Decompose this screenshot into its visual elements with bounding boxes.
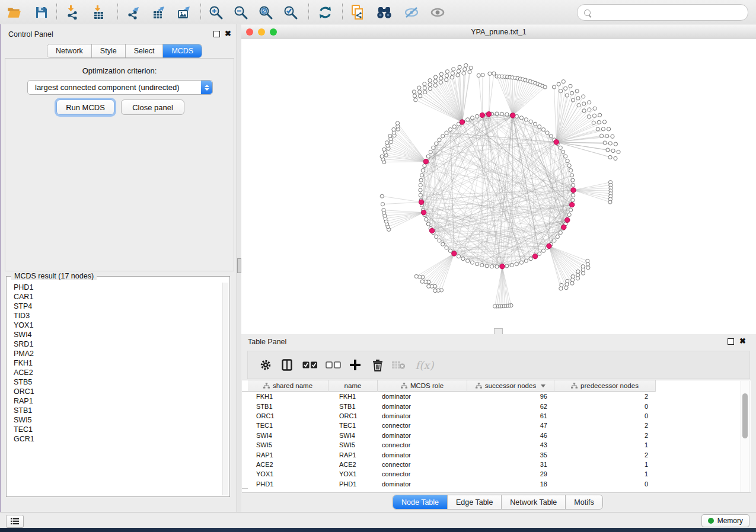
column-header-shared-name[interactable]: shared name [248, 380, 328, 392]
ring-node[interactable] [538, 125, 541, 129]
dominator-hub-node[interactable] [460, 120, 464, 124]
zoom-out-icon[interactable] [230, 2, 251, 22]
dominator-hub-node[interactable] [419, 200, 423, 204]
ring-node[interactable] [495, 265, 499, 268]
dominator-hub-node[interactable] [421, 210, 426, 215]
mcds-result-item[interactable]: RAP1 [8, 396, 222, 406]
ring-node[interactable] [423, 164, 426, 167]
add-column-icon[interactable] [347, 357, 363, 373]
ring-node[interactable] [441, 242, 445, 246]
mcds-result-item[interactable]: STP4 [8, 302, 222, 311]
leaf-node[interactable] [603, 141, 607, 145]
ring-node[interactable] [569, 169, 573, 172]
leaf-node[interactable] [571, 98, 575, 102]
import-network-icon[interactable] [62, 2, 83, 22]
ring-node[interactable] [569, 208, 573, 211]
leaf-node[interactable] [592, 121, 595, 124]
ring-node[interactable] [429, 150, 432, 153]
leaf-node[interactable] [457, 69, 460, 73]
leaf-node[interactable] [458, 65, 461, 69]
leaf-node[interactable] [588, 108, 591, 111]
tab-edge-table[interactable]: Edge Table [448, 495, 502, 509]
optimization-criterion-select[interactable]: largest connected component (undirected) [27, 80, 213, 95]
ring-node[interactable] [435, 235, 438, 238]
ring-node[interactable] [524, 118, 528, 121]
leaf-node[interactable] [382, 209, 385, 212]
column-header-successor-nodes[interactable]: successor nodes [467, 380, 554, 392]
ring-node[interactable] [461, 257, 465, 261]
ring-node[interactable] [485, 264, 489, 268]
leaf-node[interactable] [433, 289, 437, 292]
table-row[interactable]: FKH1FKH1dominator962 [242, 392, 741, 401]
leaf-node[interactable] [600, 134, 604, 137]
tab-node-table[interactable]: Node Table [393, 495, 448, 509]
deselect-all-checkboxes-icon[interactable] [325, 357, 342, 373]
leaf-node[interactable] [575, 89, 579, 93]
leaf-node[interactable] [593, 107, 596, 110]
save-session-icon[interactable] [31, 2, 52, 22]
zoom-fit-icon[interactable] [255, 2, 276, 22]
mcds-result-item[interactable]: SRD1 [8, 339, 222, 349]
leaf-node[interactable] [428, 79, 432, 82]
leaf-node[interactable] [587, 115, 591, 118]
ring-node[interactable] [466, 259, 470, 262]
ring-node[interactable] [441, 134, 445, 138]
leaf-node[interactable] [606, 148, 610, 152]
refresh-layout-icon[interactable] [314, 2, 336, 22]
table-row[interactable]: TEC1TEC1connector472 [242, 421, 741, 430]
leaf-node[interactable] [617, 150, 620, 153]
ring-node[interactable] [419, 183, 422, 187]
leaf-node[interactable] [439, 81, 442, 84]
ring-node[interactable] [541, 249, 545, 252]
splitter-handle-icon[interactable] [237, 258, 241, 273]
network-window-titlebar[interactable]: YPA_prune.txt_1 [241, 25, 756, 40]
ring-node[interactable] [445, 246, 448, 249]
ring-node[interactable] [480, 263, 484, 267]
leaf-node[interactable] [488, 72, 492, 75]
ring-node[interactable] [566, 159, 569, 163]
zoom-selected-icon[interactable] [280, 2, 301, 22]
ring-node[interactable] [421, 169, 425, 172]
leaf-node[interactable] [592, 114, 596, 117]
leaf-node[interactable] [439, 76, 443, 80]
leaf-node[interactable] [469, 66, 473, 70]
mcds-result-item[interactable]: GCR1 [8, 434, 222, 444]
leaf-node[interactable] [382, 148, 386, 151]
leaf-node[interactable] [576, 277, 579, 280]
ring-node[interactable] [426, 155, 430, 158]
ring-node[interactable] [505, 264, 509, 268]
leaf-node[interactable] [608, 200, 612, 204]
dominator-hub-node[interactable] [569, 202, 574, 207]
mcds-result-item[interactable]: YOX1 [8, 321, 222, 330]
leaf-node[interactable] [562, 80, 565, 84]
leaf-node[interactable] [577, 104, 580, 107]
mcds-result-item[interactable]: ACE2 [8, 368, 222, 377]
leaf-node[interactable] [557, 82, 560, 86]
ring-node[interactable] [529, 120, 532, 123]
leaf-node[interactable] [412, 90, 416, 94]
table-row[interactable]: YOX1YOX1connector291 [242, 469, 741, 479]
leaf-node[interactable] [385, 141, 389, 145]
leaf-node[interactable] [588, 101, 591, 104]
network-view-canvas[interactable] [241, 39, 756, 334]
export-image-icon[interactable] [173, 2, 194, 22]
ring-node[interactable] [519, 116, 523, 120]
ring-node[interactable] [529, 257, 532, 261]
ring-node[interactable] [438, 239, 441, 242]
leaf-node[interactable] [423, 82, 426, 86]
leaf-node[interactable] [481, 73, 484, 76]
dominator-hub-node[interactable] [429, 228, 434, 233]
leaf-node[interactable] [445, 70, 449, 73]
leaf-node[interactable] [605, 134, 609, 138]
leaf-node[interactable] [601, 127, 605, 131]
delete-column-icon[interactable] [369, 357, 386, 373]
dominator-hub-node[interactable] [423, 159, 428, 164]
leaf-node[interactable] [414, 98, 417, 102]
leaf-node[interactable] [564, 86, 567, 90]
float-table-panel-icon[interactable] [728, 338, 734, 345]
ring-node[interactable] [533, 122, 537, 126]
leaf-node[interactable] [608, 155, 612, 159]
leaf-node[interactable] [423, 90, 427, 94]
column-header-name[interactable]: name [328, 380, 378, 392]
close-table-panel-icon[interactable]: ✖ [739, 338, 746, 344]
